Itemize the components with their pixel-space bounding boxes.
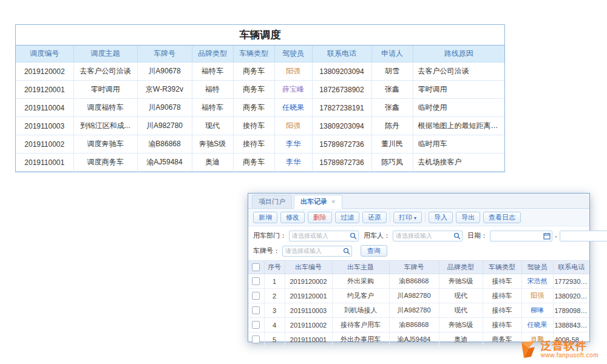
restore-button[interactable]: 还原 bbox=[362, 212, 387, 223]
table-row: 22019120001约见客户川A982780现代接待车阳强1380920309… bbox=[248, 289, 589, 303]
cell-driver[interactable]: 阳强 bbox=[274, 117, 312, 135]
dept-field-wrap bbox=[289, 231, 359, 241]
cell-driver[interactable]: 阳强 bbox=[521, 289, 553, 303]
cell-no[interactable]: 2019110001 bbox=[16, 153, 73, 172]
print-button[interactable]: 打印▾ bbox=[393, 212, 422, 223]
tab-vehicle-records[interactable]: 出车记录 × bbox=[294, 195, 342, 209]
cell-driver[interactable]: 薛宝峰 bbox=[274, 81, 312, 99]
cell-phone: 13809203094 bbox=[312, 117, 371, 135]
row-checkbox[interactable] bbox=[252, 277, 260, 285]
calendar-icon[interactable] bbox=[543, 232, 551, 240]
cell-no[interactable]: 2019110001 bbox=[285, 332, 332, 347]
cell-brand: 现代 bbox=[192, 117, 233, 135]
cell-plate[interactable]: 京W-R392v bbox=[137, 81, 192, 99]
search-icon[interactable] bbox=[343, 248, 350, 255]
cell-no[interactable]: 2019110002 bbox=[285, 318, 332, 332]
select-all-header bbox=[248, 261, 264, 274]
cell-subject[interactable]: 到机场接人 bbox=[332, 303, 389, 318]
cell-no[interactable]: 2019120001 bbox=[16, 81, 73, 99]
column-header: 序号 bbox=[264, 261, 285, 274]
user-input[interactable] bbox=[393, 231, 463, 241]
cell-plate[interactable]: 渝B86868 bbox=[137, 135, 192, 153]
row-checkbox[interactable] bbox=[252, 306, 260, 314]
date-to-input[interactable] bbox=[560, 231, 607, 241]
cell-checkbox bbox=[248, 289, 264, 303]
search-icon[interactable] bbox=[350, 232, 357, 240]
cell-reason: 去机场接客户 bbox=[413, 153, 504, 172]
cell-no[interactable]: 2019120002 bbox=[16, 62, 73, 81]
plate-field-wrap bbox=[282, 246, 352, 257]
cell-subject[interactable]: 外出办事用车 bbox=[332, 332, 389, 347]
cell-brand: 奔驰S级 bbox=[439, 274, 483, 289]
select-all-checkbox[interactable] bbox=[252, 263, 260, 271]
cell-no[interactable]: 2019120001 bbox=[285, 289, 332, 303]
cell-type: 商务车 bbox=[233, 62, 274, 81]
cell-brand: 福特车 bbox=[192, 62, 233, 81]
export-button[interactable]: 导出 bbox=[456, 212, 480, 223]
add-button[interactable]: 新增 bbox=[253, 212, 277, 223]
cell-plate[interactable]: 川A982780 bbox=[389, 289, 439, 303]
edit-button[interactable]: 修改 bbox=[280, 212, 305, 223]
cell-applicant: 胡雪 bbox=[371, 62, 413, 81]
tab-close-icon[interactable]: × bbox=[331, 198, 335, 205]
tab-project-portal[interactable]: 项目门户 bbox=[252, 195, 292, 208]
cell-driver[interactable]: 李华 bbox=[274, 153, 312, 172]
filter-button[interactable]: 过滤 bbox=[335, 212, 359, 223]
column-header: 联系电话 bbox=[312, 46, 371, 62]
cell-driver[interactable]: 任晓果 bbox=[521, 318, 553, 332]
cell-brand: 福特车 bbox=[192, 99, 233, 117]
cell-applicant: 陈巧凤 bbox=[371, 153, 413, 172]
cell-type: 接待车 bbox=[483, 318, 521, 332]
cell-type: 接待车 bbox=[233, 135, 274, 153]
cell-plate[interactable]: 渝B86868 bbox=[389, 274, 439, 289]
cell-driver[interactable]: 柳琳 bbox=[521, 303, 553, 318]
plate-input[interactable] bbox=[282, 246, 352, 257]
row-checkbox[interactable] bbox=[252, 292, 260, 300]
cell-plate[interactable]: 渝AJ59484 bbox=[389, 332, 439, 347]
cell-subject[interactable]: 到锦江区和成... bbox=[73, 117, 137, 135]
cell-subject[interactable]: 调度商务车 bbox=[73, 153, 137, 172]
cell-type: 接待车 bbox=[483, 289, 521, 303]
column-header: 路线原因 bbox=[413, 46, 504, 62]
cell-checkbox bbox=[248, 274, 264, 289]
row-checkbox[interactable] bbox=[252, 335, 260, 343]
cell-no[interactable]: 2019110004 bbox=[16, 99, 73, 117]
cell-driver[interactable]: 李华 bbox=[274, 135, 312, 153]
cell-subject[interactable]: 去客户公司洽谈 bbox=[73, 62, 137, 81]
column-header: 品牌类型 bbox=[439, 261, 483, 274]
row-checkbox[interactable] bbox=[252, 321, 260, 329]
cell-plate[interactable]: 川A90678 bbox=[137, 99, 192, 117]
cell-brand: 现代 bbox=[439, 303, 483, 318]
cell-subject[interactable]: 零时调用 bbox=[73, 81, 137, 99]
cell-type: 接待车 bbox=[483, 274, 521, 289]
cell-no[interactable]: 2019110003 bbox=[285, 303, 332, 318]
cell-plate[interactable]: 川A982780 bbox=[137, 117, 192, 135]
delete-button[interactable]: 删除 bbox=[308, 212, 332, 223]
table-row: 2019110001调度商务车渝AJ59484奥迪商务车李华1578987273… bbox=[16, 153, 504, 172]
cell-no[interactable]: 2019110002 bbox=[16, 135, 73, 153]
cell-driver[interactable]: 宋浩然 bbox=[521, 274, 553, 289]
view-log-button[interactable]: 查看日志 bbox=[483, 212, 521, 223]
cell-subject[interactable]: 约见客户 bbox=[332, 289, 389, 303]
cell-plate[interactable]: 渝AJ59484 bbox=[137, 153, 192, 172]
dispatch-table: 调度编号调度主题车牌号品牌类型车辆类型驾驶员联系电话申请人路线原因 201912… bbox=[16, 46, 504, 172]
cell-subject[interactable]: 接待客户用车 bbox=[332, 318, 389, 332]
cell-driver[interactable]: 任晓果 bbox=[274, 99, 312, 117]
cell-plate[interactable]: 川A90678 bbox=[137, 62, 192, 81]
cell-subject[interactable]: 调度奔驰车 bbox=[73, 135, 137, 153]
cell-plate[interactable]: 渝B86868 bbox=[389, 318, 439, 332]
cell-subject[interactable]: 外出采购 bbox=[332, 274, 389, 289]
cell-plate[interactable]: 川A982780 bbox=[389, 303, 439, 318]
cell-brand: 奥迪 bbox=[192, 153, 233, 172]
dept-input[interactable] bbox=[289, 231, 359, 241]
column-header: 驾驶员 bbox=[521, 261, 553, 274]
cell-driver[interactable]: 阳强 bbox=[274, 62, 312, 81]
cell-no[interactable]: 2019120002 bbox=[285, 274, 332, 289]
cell-no[interactable]: 2019110003 bbox=[16, 117, 73, 135]
cell-subject[interactable]: 调度福特车 bbox=[73, 99, 137, 117]
query-button[interactable]: 查询 bbox=[361, 245, 387, 257]
import-button[interactable]: 导入 bbox=[429, 212, 453, 223]
search-icon[interactable] bbox=[453, 232, 461, 240]
dispatch-panel: 车辆调度 调度编号调度主题车牌号品牌类型车辆类型驾驶员联系电话申请人路线原因 2… bbox=[15, 24, 505, 172]
column-header: 出车主题 bbox=[332, 261, 389, 274]
